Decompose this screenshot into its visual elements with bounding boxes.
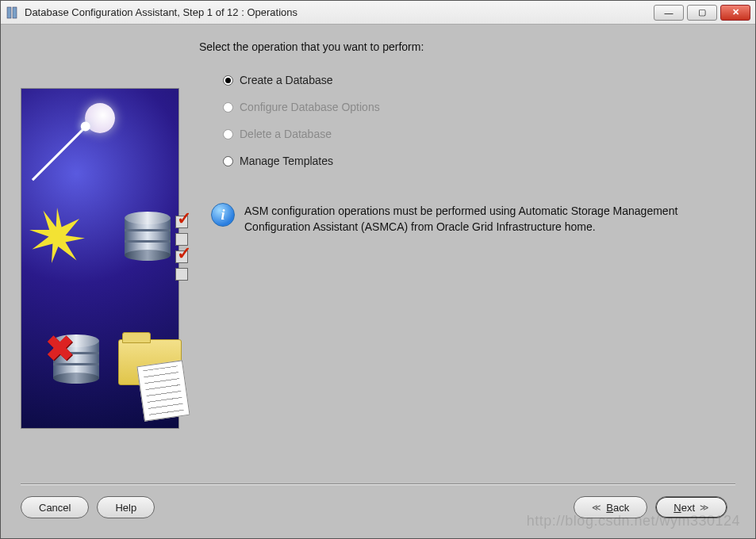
- wizard-side-image: ✖: [21, 88, 179, 429]
- option-delete-database: Delete a Database: [223, 120, 380, 147]
- svg-marker-2: [29, 208, 85, 263]
- info-icon: i: [211, 203, 235, 227]
- back-button[interactable]: ≪ Back: [574, 496, 647, 518]
- help-button[interactable]: Help: [97, 496, 155, 518]
- radio-icon: [223, 129, 233, 140]
- option-create-database[interactable]: Create a Database: [223, 67, 380, 94]
- svg-rect-1: [13, 7, 17, 18]
- operation-options: Create a Database Configure Database Opt…: [223, 67, 380, 174]
- minimize-button[interactable]: —: [654, 5, 684, 21]
- prompt-text: Select the operation that you want to pe…: [199, 40, 424, 53]
- option-label: Create a Database: [240, 74, 333, 86]
- titlebar: Database Configuration Assistant, Step 1…: [1, 1, 755, 25]
- radio-icon: [223, 102, 233, 113]
- info-text: ASM configuration operations must be per…: [244, 203, 735, 235]
- separator: [21, 484, 735, 485]
- info-panel: i ASM configuration operations must be p…: [211, 203, 735, 235]
- window-controls: — ▢ ✕: [654, 5, 750, 21]
- button-label: Next: [673, 502, 695, 514]
- close-button[interactable]: ✕: [720, 5, 750, 21]
- option-label: Manage Templates: [240, 155, 333, 167]
- chevron-right-icon: ≫: [700, 503, 709, 513]
- client-area: ✖ Select the operation that you want to …: [1, 25, 755, 538]
- option-label: Configure Database Options: [240, 101, 380, 113]
- svg-rect-0: [7, 7, 11, 18]
- maximize-button[interactable]: ▢: [687, 5, 717, 21]
- next-button[interactable]: Next ≫: [655, 496, 727, 518]
- window-frame: Database Configuration Assistant, Step 1…: [0, 0, 756, 539]
- button-label: Help: [115, 502, 136, 514]
- option-label: Delete a Database: [240, 128, 332, 140]
- app-icon: [6, 6, 20, 20]
- button-label: Back: [606, 502, 629, 514]
- button-bar: Cancel Help ≪ Back Next ≫: [21, 495, 735, 520]
- radio-icon: [223, 156, 233, 166]
- chevron-left-icon: ≪: [592, 503, 601, 513]
- cancel-button[interactable]: Cancel: [21, 496, 89, 518]
- button-label: Cancel: [39, 502, 71, 514]
- window-title: Database Configuration Assistant, Step 1…: [25, 6, 654, 18]
- option-manage-templates[interactable]: Manage Templates: [223, 147, 380, 174]
- option-configure-database: Configure Database Options: [223, 94, 380, 120]
- radio-icon: [223, 75, 233, 86]
